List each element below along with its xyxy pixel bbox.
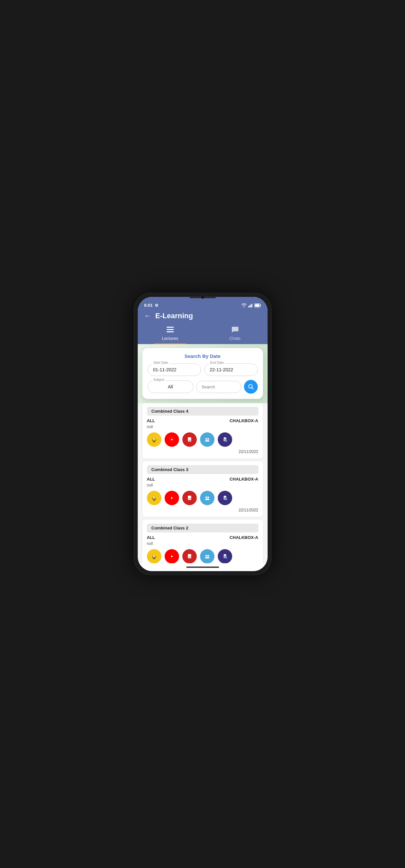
- pdf-icon[interactable]: PDF: [182, 549, 197, 563]
- svg-rect-2: [251, 304, 252, 307]
- lecture-meta-left: ALL: [147, 535, 155, 540]
- end-date-field: End Date: [204, 364, 258, 376]
- phone-frame: 6:01 ⚙: [134, 293, 272, 575]
- status-right: [241, 304, 261, 307]
- content-area: BACK TO SCHOOL Search By Date Start Date…: [138, 344, 268, 563]
- svg-point-25: [207, 438, 209, 440]
- svg-rect-5: [260, 305, 261, 306]
- svg-point-57: [207, 555, 209, 557]
- svg-rect-12: [153, 438, 154, 440]
- lecture-date: 22/11/2022: [147, 508, 258, 513]
- end-date-label: End Date: [209, 361, 225, 365]
- page-title: E-Learning: [155, 312, 193, 320]
- svg-point-40: [205, 497, 207, 498]
- svg-point-56: [205, 555, 207, 557]
- audio-icon[interactable]: [147, 491, 161, 505]
- search-input-wrap: [196, 381, 241, 393]
- status-time: 6:01: [144, 303, 153, 308]
- class-header: Combined Class 3: [147, 465, 258, 474]
- pdf-icon[interactable]: PDF: [182, 491, 197, 505]
- lecture-meta-left: ALL: [147, 418, 155, 423]
- back-button[interactable]: ←: [144, 312, 152, 320]
- lecture-meta-left: ALL: [147, 477, 155, 482]
- tab-chats[interactable]: Chats: [202, 323, 268, 344]
- lecture-meta-right: CHALKBOX-A: [229, 477, 258, 482]
- svg-point-24: [205, 438, 207, 440]
- users-icon[interactable]: [200, 491, 215, 505]
- lecture-meta-row: ALL CHALKBOX-A: [147, 418, 258, 423]
- svg-text:PDF: PDF: [188, 556, 191, 558]
- settings-icon: ⚙: [155, 303, 158, 308]
- youtube-icon[interactable]: [165, 432, 179, 447]
- lecture-meta-right: CHALKBOX-A: [229, 535, 258, 540]
- battery-icon: [254, 304, 261, 307]
- search-card-title: Search By Date: [148, 353, 258, 359]
- search-input[interactable]: [196, 381, 241, 393]
- clipboard-icon[interactable]: [218, 549, 232, 563]
- class-header: Combined Class 4: [147, 407, 258, 415]
- lecture-meta-row: ALL CHALKBOX-A: [147, 477, 258, 482]
- lecture-meta-right: CHALKBOX-A: [229, 418, 258, 423]
- svg-rect-9: [166, 331, 174, 332]
- clipboard-icon[interactable]: [218, 491, 232, 505]
- camera-notch: [190, 296, 216, 298]
- audio-icon[interactable]: [147, 432, 161, 447]
- svg-text:PDF: PDF: [188, 498, 191, 500]
- lecture-item: Combined Class 3 ALL CHALKBOX-A null: [142, 461, 263, 517]
- users-icon[interactable]: [200, 549, 215, 563]
- lecture-date: 22/11/2022: [147, 450, 258, 454]
- chats-tab-label: Chats: [229, 336, 241, 341]
- clipboard-icon[interactable]: [218, 432, 232, 447]
- pdf-icon[interactable]: PDF: [182, 432, 197, 447]
- lecture-icons-row: PDF: [147, 549, 258, 563]
- start-date-input[interactable]: [148, 364, 201, 376]
- subject-input[interactable]: [148, 380, 193, 393]
- svg-rect-7: [166, 327, 174, 328]
- lecture-meta-row: ALL CHALKBOX-A: [147, 535, 258, 540]
- svg-rect-44: [224, 496, 226, 497]
- home-bar: [138, 563, 268, 571]
- lecture-null: null: [147, 483, 258, 488]
- lectures-tab-label: Lectures: [162, 336, 178, 341]
- svg-rect-3: [252, 304, 253, 307]
- svg-point-41: [207, 497, 209, 498]
- home-indicator: [186, 566, 219, 568]
- end-date-input[interactable]: [204, 364, 258, 376]
- search-card: Search By Date Start Date End Date Subje…: [142, 348, 263, 399]
- lecture-null: null: [147, 541, 258, 546]
- audio-icon[interactable]: [147, 549, 161, 563]
- wifi-icon: [241, 304, 247, 307]
- youtube-icon[interactable]: [165, 549, 179, 563]
- svg-rect-6: [255, 304, 259, 306]
- start-date-label: Start Date: [152, 361, 169, 365]
- date-row: Start Date End Date: [148, 364, 258, 376]
- svg-point-55: [204, 553, 211, 560]
- app-header: ← E-Learning: [138, 309, 268, 323]
- camera-dot: [201, 295, 205, 299]
- subject-label: Subject: [152, 378, 166, 381]
- search-btn-icon: [248, 384, 254, 390]
- lecture-list: Combined Class 4 ALL CHALKBOX-A null: [138, 403, 268, 563]
- search-row: Subject: [148, 380, 258, 394]
- tab-lectures[interactable]: Lectures: [138, 323, 202, 344]
- signal-icon: [248, 304, 253, 307]
- start-date-field: Start Date: [148, 364, 201, 376]
- svg-rect-28: [224, 437, 226, 438]
- svg-text:PDF: PDF: [188, 440, 191, 441]
- svg-rect-0: [248, 306, 249, 307]
- svg-rect-60: [224, 554, 226, 555]
- svg-point-39: [204, 495, 211, 501]
- chats-icon: [231, 326, 239, 335]
- status-left: 6:01 ⚙: [144, 303, 158, 308]
- lectures-icon: [166, 326, 174, 335]
- class-header: Combined Class 2: [147, 524, 258, 532]
- youtube-icon[interactable]: [165, 491, 179, 505]
- svg-rect-1: [250, 305, 251, 307]
- users-icon[interactable]: [200, 432, 215, 447]
- svg-rect-47: [153, 554, 154, 557]
- search-button[interactable]: [244, 380, 258, 394]
- lecture-null: null: [147, 425, 258, 429]
- svg-point-23: [204, 436, 211, 443]
- tab-bar: Lectures Chats: [138, 323, 268, 344]
- lecture-item: Combined Class 4 ALL CHALKBOX-A null: [142, 403, 263, 459]
